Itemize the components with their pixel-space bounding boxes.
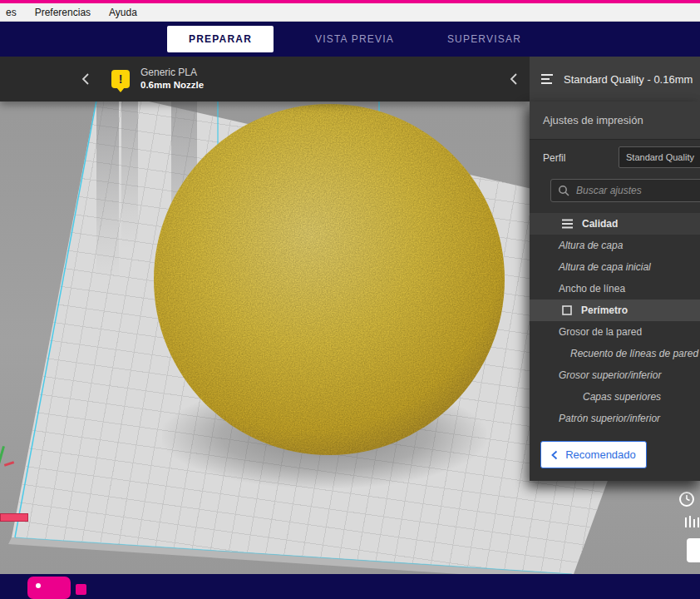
settings-search xyxy=(550,179,700,202)
collapse-material-chevron-icon[interactable] xyxy=(505,70,523,88)
chevron-left-icon xyxy=(551,450,558,460)
setting-layer-height[interactable]: Altura de capa xyxy=(530,235,700,256)
shell-icon xyxy=(561,304,573,316)
tab-preview[interactable]: VISTA PREVIA xyxy=(303,27,406,52)
quality-icon xyxy=(561,218,574,230)
axis-handle-fragment xyxy=(0,513,28,522)
ultimaker-logo xyxy=(27,577,71,599)
profile-dropdown[interactable]: Standard Quality xyxy=(619,146,700,168)
collapse-printer-chevron-icon[interactable] xyxy=(76,70,95,88)
sphere-model[interactable] xyxy=(150,101,508,458)
category-label: Perímetro xyxy=(581,304,628,316)
bottom-bar xyxy=(0,574,700,599)
material-warning-icon: ! xyxy=(111,70,130,88)
menu-item-preferences[interactable]: Preferencias xyxy=(32,6,93,19)
menu-item-extensions[interactable]: es xyxy=(3,6,19,19)
stage-toolbar: ! Generic PLA 0.6mm Nozzle xyxy=(0,57,530,101)
panel-section-title: Ajustes de impresión xyxy=(530,101,700,140)
settings-rows: Calidad Altura de capa Altura de capa in… xyxy=(530,213,700,429)
tab-monitor[interactable]: SUPERVISAR xyxy=(436,27,533,52)
category-label: Calidad xyxy=(582,218,618,230)
material-selector[interactable]: ! Generic PLA 0.6mm Nozzle xyxy=(111,67,204,92)
setting-wall-thickness[interactable]: Grosor de la pared xyxy=(530,321,700,343)
category-quality[interactable]: Calidad xyxy=(530,213,700,235)
setting-top-bottom-thickness[interactable]: Grosor superior/inferior xyxy=(530,364,700,386)
category-shell[interactable]: Perímetro xyxy=(530,300,700,321)
setting-initial-layer-height[interactable]: Altura de capa inicial xyxy=(530,256,700,278)
setting-top-layers[interactable]: Capas superiores xyxy=(530,386,700,408)
setting-top-bottom-pattern[interactable]: Patrón superior/inferior xyxy=(530,408,700,429)
tab-prepare[interactable]: PREPARAR xyxy=(167,26,274,52)
setting-wall-line-count[interactable]: Recuento de líneas de pared xyxy=(530,343,700,364)
recommended-button[interactable]: Recomendado xyxy=(540,441,647,468)
recommended-label: Recomendado xyxy=(565,448,636,461)
menu-item-help[interactable]: Ayuda xyxy=(106,6,140,19)
action-panel-button-fragment[interactable] xyxy=(687,538,700,562)
menubar: es Preferencias Ayuda xyxy=(0,3,700,22)
print-settings-header[interactable]: Standard Quality - 0.16mm xyxy=(530,57,700,101)
search-input[interactable] xyxy=(574,184,700,197)
search-icon xyxy=(558,185,569,196)
profile-label: Perfil xyxy=(543,152,565,164)
warning-mark: ! xyxy=(119,72,123,86)
material-name: Generic PLA xyxy=(140,67,204,79)
app-header: PREPARAR VISTA PREVIA SUPERVISAR xyxy=(0,22,700,57)
print-settings-icon xyxy=(540,72,555,86)
nozzle-size: 0.6mm Nozzle xyxy=(140,79,204,92)
ultimaker-logo-mark xyxy=(76,584,86,595)
print-settings-title: Standard Quality - 0.16mm xyxy=(564,73,693,86)
setting-line-width[interactable]: Ancho de línea xyxy=(530,278,700,300)
material-estimate-icon xyxy=(683,515,700,530)
print-settings-panel: Ajustes de impresión Perfil Standard Qua… xyxy=(530,101,700,481)
print-time-clock-icon xyxy=(678,491,695,507)
